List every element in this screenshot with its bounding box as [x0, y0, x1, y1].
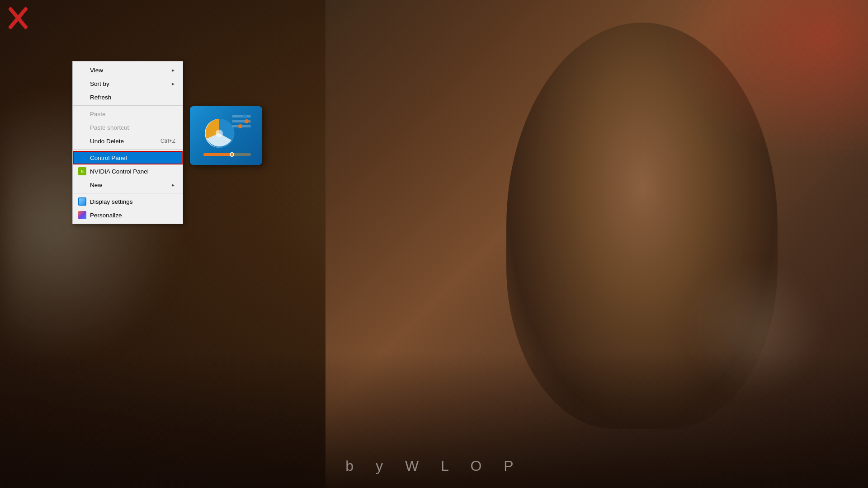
- menu-item-view[interactable]: View ►: [73, 63, 183, 77]
- paste-icon: [78, 110, 86, 118]
- separator-2: [73, 149, 183, 150]
- cp-icon-inner: [201, 113, 251, 158]
- refresh-icon: [78, 93, 86, 101]
- menu-label-control-panel: Control Panel: [90, 155, 127, 161]
- menu-item-nvidia-control-panel[interactable]: N NVIDIA Control Panel: [73, 164, 183, 178]
- menu-item-sort-by[interactable]: Sort by ►: [73, 77, 183, 90]
- control-panel-icon-popup: [190, 106, 262, 165]
- personalize-icon: [78, 211, 86, 219]
- cp-slider-1: [232, 115, 251, 127]
- cp-sliders: [232, 115, 251, 127]
- logo-area: [5, 5, 59, 41]
- control-panel-icon: [78, 154, 86, 162]
- menu-label-view: View: [90, 67, 103, 74]
- menu-label-sort-by: Sort by: [90, 80, 109, 87]
- view-arrow: ►: [171, 68, 175, 73]
- menu-label-personalize: Personalize: [90, 212, 122, 219]
- nvidia-icon: N: [78, 167, 86, 175]
- context-menu: View ► Sort by ► Refresh Paste Paste sho…: [72, 61, 183, 224]
- cp-pie-chart: [203, 117, 235, 149]
- menu-item-control-panel[interactable]: Control Panel: [73, 151, 183, 164]
- menu-label-nvidia: NVIDIA Control Panel: [90, 168, 149, 175]
- menu-label-paste: Paste: [90, 111, 106, 117]
- new-icon: [78, 181, 86, 189]
- menu-label-paste-shortcut: Paste shortcut: [90, 124, 129, 131]
- bg-deco-red: [642, 0, 868, 181]
- new-arrow: ►: [171, 183, 175, 188]
- sort-arrow: ►: [171, 81, 175, 86]
- menu-item-display-settings[interactable]: Display settings: [73, 195, 183, 208]
- logo-icon: [5, 5, 32, 32]
- menu-item-personalize[interactable]: Personalize: [73, 208, 183, 222]
- menu-item-new[interactable]: New ►: [73, 178, 183, 192]
- menu-item-paste: Paste: [73, 107, 183, 121]
- menu-item-refresh[interactable]: Refresh: [73, 90, 183, 104]
- menu-item-undo-delete[interactable]: Undo Delete Ctrl+Z: [73, 134, 183, 148]
- paste-shortcut-icon: [78, 123, 86, 131]
- separator-3: [73, 193, 183, 193]
- display-settings-icon: [78, 197, 86, 206]
- menu-item-paste-shortcut: Paste shortcut: [73, 121, 183, 134]
- menu-label-undo-delete: Undo Delete: [90, 138, 124, 145]
- undo-icon: [78, 137, 86, 145]
- sort-icon: [78, 80, 86, 88]
- menu-label-display-settings: Display settings: [90, 198, 133, 205]
- view-icon: [78, 66, 86, 74]
- watermark: b y W L O P: [345, 458, 522, 474]
- undo-shortcut: Ctrl+Z: [160, 138, 175, 144]
- menu-label-refresh: Refresh: [90, 94, 111, 101]
- separator-1: [73, 105, 183, 106]
- menu-label-new: New: [90, 182, 102, 188]
- svg-point-1: [216, 130, 223, 137]
